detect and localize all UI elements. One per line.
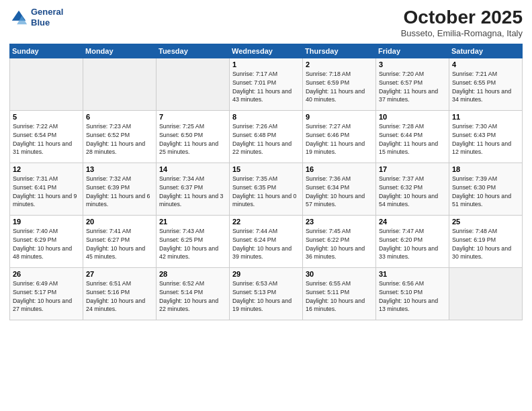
- day-number: 17: [379, 165, 446, 173]
- calendar-cell: 18Sunrise: 7:39 AM Sunset: 6:30 PM Dayli…: [449, 163, 523, 216]
- day-info: Sunrise: 6:53 AM Sunset: 5:13 PM Dayligh…: [232, 279, 300, 314]
- calendar-table: SundayMondayTuesdayWednesdayThursdayFrid…: [9, 44, 523, 320]
- logo: General Blue: [9, 7, 63, 28]
- calendar-col-header: Saturday: [449, 44, 523, 58]
- day-info: Sunrise: 7:22 AM Sunset: 6:54 PM Dayligh…: [13, 122, 80, 156]
- day-info: Sunrise: 7:23 AM Sunset: 6:52 PM Dayligh…: [86, 122, 153, 156]
- day-info: Sunrise: 6:51 AM Sunset: 5:16 PM Dayligh…: [86, 279, 153, 314]
- calendar-cell: 21Sunrise: 7:43 AM Sunset: 6:25 PM Dayli…: [157, 216, 230, 268]
- day-info: Sunrise: 7:39 AM Sunset: 6:30 PM Dayligh…: [452, 175, 519, 209]
- day-info: Sunrise: 7:18 AM Sunset: 6:59 PM Dayligh…: [306, 70, 373, 104]
- calendar-cell: 2Sunrise: 7:18 AM Sunset: 6:59 PM Daylig…: [303, 58, 376, 111]
- calendar-cell: 15Sunrise: 7:35 AM Sunset: 6:35 PM Dayli…: [230, 163, 303, 216]
- page: General Blue October 2025 Busseto, Emili…: [0, 0, 532, 411]
- day-info: Sunrise: 7:43 AM Sunset: 6:25 PM Dayligh…: [159, 227, 226, 261]
- day-info: Sunrise: 7:45 AM Sunset: 6:22 PM Dayligh…: [306, 227, 373, 261]
- day-number: 23: [306, 218, 373, 226]
- calendar-cell: 7Sunrise: 7:25 AM Sunset: 6:50 PM Daylig…: [157, 111, 230, 163]
- day-number: 11: [452, 113, 519, 121]
- day-number: 3: [379, 60, 446, 68]
- calendar-week-row: 5Sunrise: 7:22 AM Sunset: 6:54 PM Daylig…: [10, 111, 523, 163]
- calendar-cell: 1Sunrise: 7:17 AM Sunset: 7:01 PM Daylig…: [230, 58, 303, 111]
- day-number: 12: [13, 165, 80, 173]
- day-number: 7: [159, 113, 226, 121]
- day-info: Sunrise: 7:25 AM Sunset: 6:50 PM Dayligh…: [159, 122, 226, 156]
- day-info: Sunrise: 7:26 AM Sunset: 6:48 PM Dayligh…: [232, 122, 300, 156]
- calendar-cell: [83, 58, 157, 111]
- calendar-cell: 31Sunrise: 6:56 AM Sunset: 5:10 PM Dayli…: [376, 268, 449, 320]
- calendar-cell: 30Sunrise: 6:55 AM Sunset: 5:11 PM Dayli…: [303, 268, 376, 320]
- calendar-col-header: Friday: [376, 44, 449, 58]
- day-info: Sunrise: 7:21 AM Sunset: 6:55 PM Dayligh…: [452, 70, 519, 104]
- day-number: 10: [379, 113, 446, 121]
- calendar-cell: [10, 58, 83, 111]
- day-number: 26: [13, 270, 80, 278]
- day-number: 19: [13, 218, 80, 226]
- day-number: 14: [159, 165, 226, 173]
- calendar-cell: 12Sunrise: 7:31 AM Sunset: 6:41 PM Dayli…: [10, 163, 83, 216]
- day-info: Sunrise: 6:56 AM Sunset: 5:10 PM Dayligh…: [379, 279, 446, 314]
- day-number: 21: [159, 218, 226, 226]
- calendar-header-row: SundayMondayTuesdayWednesdayThursdayFrid…: [10, 44, 523, 58]
- calendar-cell: 29Sunrise: 6:53 AM Sunset: 5:13 PM Dayli…: [230, 268, 303, 320]
- calendar-cell: 5Sunrise: 7:22 AM Sunset: 6:54 PM Daylig…: [10, 111, 83, 163]
- day-number: 28: [159, 270, 226, 278]
- day-number: 13: [86, 165, 153, 173]
- calendar-cell: 13Sunrise: 7:32 AM Sunset: 6:39 PM Dayli…: [83, 163, 157, 216]
- day-info: Sunrise: 6:55 AM Sunset: 5:11 PM Dayligh…: [306, 279, 373, 314]
- calendar-cell: 16Sunrise: 7:36 AM Sunset: 6:34 PM Dayli…: [303, 163, 376, 216]
- logo-line1: General: [31, 7, 63, 17]
- calendar-cell: 24Sunrise: 7:47 AM Sunset: 6:20 PM Dayli…: [376, 216, 449, 268]
- calendar-col-header: Sunday: [10, 44, 83, 58]
- calendar-cell: 14Sunrise: 7:34 AM Sunset: 6:37 PM Dayli…: [157, 163, 230, 216]
- day-info: Sunrise: 7:31 AM Sunset: 6:41 PM Dayligh…: [13, 175, 80, 209]
- calendar-week-row: 1Sunrise: 7:17 AM Sunset: 7:01 PM Daylig…: [10, 58, 523, 111]
- day-number: 29: [232, 270, 300, 278]
- day-number: 8: [232, 113, 300, 121]
- title-area: October 2025 Busseto, Emilia-Romagna, It…: [401, 7, 523, 38]
- day-number: 20: [86, 218, 153, 226]
- day-number: 2: [306, 60, 373, 68]
- day-info: Sunrise: 7:48 AM Sunset: 6:19 PM Dayligh…: [452, 227, 519, 261]
- calendar-cell: 27Sunrise: 6:51 AM Sunset: 5:16 PM Dayli…: [83, 268, 157, 320]
- calendar-cell: 10Sunrise: 7:28 AM Sunset: 6:44 PM Dayli…: [376, 111, 449, 163]
- calendar-cell: 28Sunrise: 6:52 AM Sunset: 5:14 PM Dayli…: [157, 268, 230, 320]
- day-info: Sunrise: 7:35 AM Sunset: 6:35 PM Dayligh…: [232, 175, 300, 209]
- day-info: Sunrise: 7:36 AM Sunset: 6:34 PM Dayligh…: [306, 175, 373, 209]
- day-info: Sunrise: 7:27 AM Sunset: 6:46 PM Dayligh…: [306, 122, 373, 156]
- day-number: 31: [379, 270, 446, 278]
- header: General Blue October 2025 Busseto, Emili…: [9, 7, 523, 38]
- day-number: 25: [452, 218, 519, 226]
- day-info: Sunrise: 7:41 AM Sunset: 6:27 PM Dayligh…: [86, 227, 153, 261]
- calendar-cell: 8Sunrise: 7:26 AM Sunset: 6:48 PM Daylig…: [230, 111, 303, 163]
- calendar-week-row: 26Sunrise: 6:49 AM Sunset: 5:17 PM Dayli…: [10, 268, 523, 320]
- calendar-col-header: Wednesday: [230, 44, 303, 58]
- calendar-cell: 17Sunrise: 7:37 AM Sunset: 6:32 PM Dayli…: [376, 163, 449, 216]
- day-number: 5: [13, 113, 80, 121]
- day-info: Sunrise: 7:40 AM Sunset: 6:29 PM Dayligh…: [13, 227, 80, 261]
- day-number: 30: [306, 270, 373, 278]
- calendar-cell: 26Sunrise: 6:49 AM Sunset: 5:17 PM Dayli…: [10, 268, 83, 320]
- day-info: Sunrise: 7:47 AM Sunset: 6:20 PM Dayligh…: [379, 227, 446, 261]
- day-number: 16: [306, 165, 373, 173]
- calendar-cell: 11Sunrise: 7:30 AM Sunset: 6:43 PM Dayli…: [449, 111, 523, 163]
- calendar-cell: [449, 268, 523, 320]
- calendar-cell: 20Sunrise: 7:41 AM Sunset: 6:27 PM Dayli…: [83, 216, 157, 268]
- day-info: Sunrise: 7:37 AM Sunset: 6:32 PM Dayligh…: [379, 175, 446, 209]
- day-number: 1: [232, 60, 300, 68]
- day-number: 22: [232, 218, 300, 226]
- day-info: Sunrise: 7:30 AM Sunset: 6:43 PM Dayligh…: [452, 122, 519, 156]
- day-number: 27: [86, 270, 153, 278]
- day-number: 4: [452, 60, 519, 68]
- month-title: October 2025: [401, 7, 523, 28]
- day-number: 24: [379, 218, 446, 226]
- calendar-week-row: 12Sunrise: 7:31 AM Sunset: 6:41 PM Dayli…: [10, 163, 523, 216]
- calendar-cell: 25Sunrise: 7:48 AM Sunset: 6:19 PM Dayli…: [449, 216, 523, 268]
- day-info: Sunrise: 7:20 AM Sunset: 6:57 PM Dayligh…: [379, 70, 446, 104]
- calendar-cell: [157, 58, 230, 111]
- calendar-cell: 3Sunrise: 7:20 AM Sunset: 6:57 PM Daylig…: [376, 58, 449, 111]
- logo-line2: Blue: [31, 17, 63, 28]
- calendar-cell: 6Sunrise: 7:23 AM Sunset: 6:52 PM Daylig…: [83, 111, 157, 163]
- calendar-col-header: Monday: [83, 44, 157, 58]
- day-info: Sunrise: 7:34 AM Sunset: 6:37 PM Dayligh…: [159, 175, 226, 209]
